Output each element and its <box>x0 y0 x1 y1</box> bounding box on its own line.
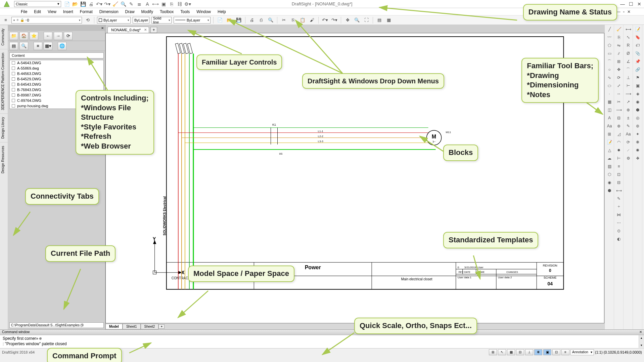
xref-icon[interactable]: ⎘ <box>169 1 175 7</box>
note-icon[interactable]: 📝 <box>605 138 613 146</box>
workspace-dropdown[interactable]: Classic▾ <box>14 1 61 7</box>
divide-icon[interactable]: ÷ <box>615 203 623 210</box>
edit-icon[interactable]: ✎ <box>615 195 623 202</box>
match-button[interactable]: 🖌 <box>308 16 316 24</box>
hatch-icon[interactable]: ▦ <box>605 98 613 106</box>
minimize-button[interactable]: — <box>620 1 625 7</box>
sb-lwt-button[interactable]: ≡ <box>561 349 569 355</box>
line-icon[interactable]: ╱ <box>605 26 613 33</box>
note1-icon[interactable]: 📝 <box>634 26 642 33</box>
note6-icon[interactable]: 🔗 <box>634 66 642 73</box>
chamfer-icon[interactable]: ◿ <box>615 130 623 138</box>
layer-dropdown[interactable]: ● ☀ 🔒 ○ 0 <box>11 17 82 24</box>
more1-icon[interactable]: ⋯ <box>615 219 623 227</box>
undo-icon[interactable]: ↶▾ <box>96 1 102 7</box>
spline-icon[interactable]: ∿ <box>605 74 613 81</box>
close-button[interactable]: ✕ <box>637 1 641 7</box>
note14-icon[interactable]: ✦ <box>634 130 642 138</box>
dim-override-icon[interactable]: ⚙ <box>624 155 632 162</box>
zoom-extents-button[interactable]: ⛶ <box>363 16 370 24</box>
add-sheet-button[interactable]: + <box>158 324 165 329</box>
print-button[interactable]: 🖨 <box>248 16 256 24</box>
fillet-icon[interactable]: ◠ <box>615 138 623 146</box>
note13-icon[interactable]: ⊛ <box>634 122 642 130</box>
paste-button[interactable]: 📋 <box>299 16 306 24</box>
circle-icon[interactable]: ○ <box>605 66 613 73</box>
refresh-button[interactable]: ⟳ <box>64 32 73 40</box>
trim-icon[interactable]: ✂ <box>615 98 623 106</box>
rotate-icon[interactable]: ⟳ <box>615 74 623 81</box>
sb-esnap-button[interactable]: ▣ <box>543 349 551 355</box>
redo-icon[interactable]: ↷▾ <box>104 1 110 7</box>
help-icon[interactable]: ⛓ <box>177 1 183 7</box>
panel-close-icon[interactable]: ✕ <box>101 26 104 30</box>
sb-ortho-button[interactable]: ⊥ <box>525 349 533 355</box>
properties-button[interactable]: ▤ <box>376 16 383 24</box>
rectangle-icon[interactable]: ▭ <box>605 50 613 57</box>
sb-btn-1[interactable]: ⊞ <box>489 349 497 355</box>
text-icon[interactable]: A <box>144 1 150 7</box>
point-icon[interactable]: · <box>605 90 613 97</box>
erase-icon[interactable]: 🧹 <box>615 26 623 33</box>
table-icon[interactable]: ⊞ <box>605 130 613 138</box>
weld-icon[interactable]: ⋈ <box>615 211 623 218</box>
scale-icon[interactable]: ⤢ <box>615 82 623 89</box>
note8-icon[interactable]: ▣ <box>634 82 642 89</box>
arc-icon[interactable]: ⌒ <box>605 58 613 65</box>
dim-linear-icon[interactable]: ⟷ <box>624 26 632 33</box>
menu-format[interactable]: Format <box>77 9 96 15</box>
extend-icon[interactable]: ⟶ <box>615 106 623 114</box>
sb-scale-dropdown[interactable]: Annotation▾ <box>570 349 594 355</box>
toggle-button[interactable]: ▦ <box>385 16 393 24</box>
cloud-icon[interactable]: ☁ <box>605 155 613 162</box>
maximize-button[interactable]: ☐ <box>629 1 633 7</box>
donut-icon[interactable]: ◉ <box>605 179 613 186</box>
menu-draw[interactable]: Draw <box>122 9 138 15</box>
dim-edit-icon[interactable]: ✎ <box>624 122 632 130</box>
vtab-3dx[interactable]: 3DEXPERIENCE Platform Connection <box>0 49 8 114</box>
dim-aligned-icon[interactable]: ⤡ <box>624 34 632 41</box>
list-item[interactable]: A-54643.DWG <box>10 60 103 66</box>
stretch-icon[interactable]: ↔ <box>615 90 623 97</box>
color-dropdown[interactable]: ByLayer <box>97 17 131 24</box>
view-grid-button[interactable]: ▦▾ <box>44 42 52 50</box>
dim-angle-icon[interactable]: ∠ <box>624 58 632 65</box>
more2-icon[interactable]: ⊙ <box>615 227 623 235</box>
lineweight-dropdown[interactable]: ByLayer <box>174 17 211 24</box>
linetype-dropdown[interactable]: ByLayer <box>133 17 149 24</box>
sb-snap-button[interactable]: ▦ <box>507 349 515 355</box>
sheet-tab-1[interactable]: Sheet1 <box>123 324 141 329</box>
new-icon[interactable]: 📄 <box>64 1 70 7</box>
list-item[interactable]: B-64543.DWG <box>10 82 103 87</box>
note3-icon[interactable]: 🏷 <box>634 42 642 49</box>
dim-diameter-icon[interactable]: Ø <box>624 50 632 57</box>
note15-icon[interactable]: ❋ <box>634 138 642 146</box>
open-button[interactable]: 📂 <box>226 16 233 24</box>
dim-tol-icon[interactable]: ± <box>624 114 632 122</box>
note16-icon[interactable]: ✺ <box>634 147 642 154</box>
plot-button[interactable]: ⎙ <box>258 16 265 24</box>
lengthen-icon[interactable]: ⟷ <box>615 187 623 194</box>
break-icon[interactable]: ⊟ <box>615 114 623 122</box>
command-body[interactable]: Specify first corner» e : "Properties wi… <box>0 335 644 348</box>
offset-icon[interactable]: ⫽ <box>615 50 623 57</box>
dim-leader-icon[interactable]: ↗ <box>624 98 632 106</box>
layer-manager-button[interactable]: ≡ <box>2 16 9 24</box>
file-tab[interactable]: NONAME_0.dwg* ✕ <box>107 27 149 33</box>
align-icon[interactable]: ⊢ <box>615 155 623 162</box>
sheet-tab-2[interactable]: Sheet2 <box>141 324 159 329</box>
more3-icon[interactable]: ◐ <box>615 235 623 243</box>
sb-etrack-button[interactable]: ⊡ <box>552 349 560 355</box>
dim-ord-icon[interactable]: ⊥ <box>624 74 632 81</box>
list-item[interactable]: A-55869.dwg <box>10 66 103 71</box>
dim-baseline-icon[interactable]: ⊢ <box>624 82 632 89</box>
cut-button[interactable]: ✂ <box>280 16 287 24</box>
menu-tools[interactable]: Tools <box>177 9 193 15</box>
preview-icon[interactable]: 🔍 <box>120 1 126 7</box>
cmd-close-icon[interactable]: ✕ <box>639 330 642 334</box>
menu-file[interactable]: File <box>17 9 31 15</box>
favorites-button[interactable]: ⭐ <box>30 32 38 40</box>
note12-icon[interactable]: ◎ <box>634 114 642 122</box>
erase-icon[interactable]: 🧹 <box>112 1 118 7</box>
open-icon[interactable]: 📂 <box>72 1 78 7</box>
